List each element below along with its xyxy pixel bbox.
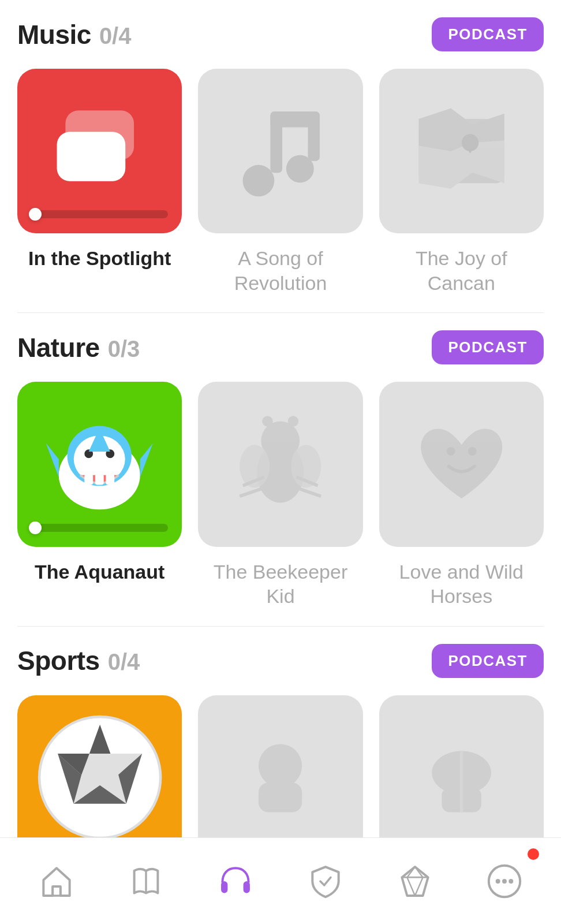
card-label-aquanaut: The Aquanaut: [35, 560, 164, 584]
nature-count: 0/3: [108, 336, 140, 362]
card-progress-aquanaut: [31, 524, 168, 532]
card-label-cancan: The Joy of Cancan: [379, 246, 544, 295]
svg-point-2: [243, 165, 275, 197]
main-content: Music 0/4 PODCAST: [0, 0, 561, 924]
svg-line-59: [324, 877, 330, 885]
card-love-wild-horses[interactable]: Love and Wild Horses: [379, 382, 544, 608]
card-the-joy-of-cancan[interactable]: The Joy of Cancan: [379, 69, 544, 295]
chat-icon: [46, 98, 153, 204]
card-label-horses: Love and Wild Horses: [379, 560, 544, 609]
music-cards-grid: In the Spotlight A Song of Revolution: [17, 69, 544, 295]
nav-learn[interactable]: [101, 838, 190, 924]
more-icon: [485, 862, 524, 901]
gem-icon: [395, 862, 435, 901]
card-label-beekeeper: The Beekeeper Kid: [198, 560, 362, 609]
svg-rect-19: [85, 474, 94, 485]
card-beekeeper-kid[interactable]: The Beekeeper Kid: [198, 382, 362, 608]
music-title-group: Music 0/4: [17, 19, 131, 50]
card-thumb-aquanaut: [17, 382, 182, 546]
house-icon: [37, 862, 76, 901]
sports3-icon: [412, 728, 511, 827]
svg-rect-5: [271, 111, 314, 127]
nav-gems[interactable]: [370, 838, 459, 924]
svg-rect-48: [259, 783, 302, 812]
music-section: Music 0/4 PODCAST: [17, 17, 544, 313]
notification-dot: [528, 848, 539, 860]
heart-icon: [408, 411, 515, 517]
svg-rect-49: [267, 777, 276, 792]
nature-cards-grid: The Aquanaut: [17, 382, 544, 608]
card-thumb-beekeeper: [198, 382, 362, 546]
svg-line-36: [297, 488, 321, 497]
nav-home[interactable]: [12, 838, 101, 924]
bottom-nav: [0, 837, 561, 924]
svg-line-34: [240, 488, 265, 497]
nav-listen[interactable]: [191, 838, 280, 924]
nature-section: Nature 0/3 PODCAST: [17, 330, 544, 626]
svg-point-38: [468, 447, 476, 456]
card-progress-spotlight: [31, 210, 168, 218]
sports-title: Sports: [17, 645, 100, 676]
sports2-icon: [231, 728, 330, 827]
svg-point-66: [509, 879, 514, 884]
card-a-song-of-revolution[interactable]: A Song of Revolution: [198, 69, 362, 295]
music-title: Music: [17, 19, 91, 50]
card-thumb-sports-2: [198, 695, 362, 860]
music-podcast-badge[interactable]: PODCAST: [432, 17, 544, 51]
card-thumb-sports-3: [379, 695, 544, 860]
nature-title: Nature: [17, 332, 100, 363]
svg-rect-20: [95, 474, 104, 485]
sports-count: 0/4: [108, 649, 140, 675]
music-icon: [231, 102, 330, 200]
card-label-song-revolution: A Song of Revolution: [198, 246, 362, 295]
nature-title-group: Nature 0/3: [17, 332, 140, 363]
book-icon: [126, 862, 166, 901]
nature-podcast-badge[interactable]: PODCAST: [432, 330, 544, 364]
svg-rect-1: [57, 132, 125, 181]
svg-point-47: [259, 744, 302, 787]
music-section-header: Music 0/4 PODCAST: [17, 17, 544, 51]
svg-rect-50: [285, 777, 294, 792]
sports-podcast-badge[interactable]: PODCAST: [432, 644, 544, 678]
soccer-icon: [34, 711, 166, 843]
card-thumb-horses: [379, 382, 544, 546]
shark-icon: [35, 400, 164, 529]
card-thumb-in-the-spotlight: [17, 69, 182, 233]
svg-marker-23: [140, 443, 153, 477]
svg-point-37: [446, 447, 455, 456]
card-thumb-song-revolution: [198, 69, 362, 233]
nav-more[interactable]: [460, 838, 549, 924]
card-thumb-cancan: [379, 69, 544, 233]
sports-section-header: Sports 0/4 PODCAST: [17, 644, 544, 678]
svg-rect-57: [244, 881, 250, 893]
nature-section-header: Nature 0/3 PODCAST: [17, 330, 544, 364]
card-thumb-sports-1: [17, 695, 182, 860]
card-in-the-spotlight[interactable]: In the Spotlight: [17, 69, 182, 295]
sports-title-group: Sports 0/4: [17, 645, 140, 676]
nav-shield[interactable]: [280, 838, 370, 924]
svg-rect-54: [53, 886, 61, 896]
svg-point-64: [496, 879, 500, 884]
headphones-icon: [216, 862, 255, 901]
svg-marker-60: [402, 867, 428, 896]
bug-icon: [227, 411, 334, 517]
svg-point-65: [502, 879, 507, 884]
svg-marker-22: [46, 443, 59, 477]
svg-rect-6: [308, 111, 320, 161]
card-the-aquanaut[interactable]: The Aquanaut: [17, 382, 182, 608]
map-icon: [408, 98, 515, 204]
card-label-in-the-spotlight: In the Spotlight: [28, 246, 171, 271]
shield-icon: [306, 862, 345, 901]
svg-rect-56: [221, 881, 227, 893]
music-count: 0/4: [99, 23, 132, 49]
svg-rect-21: [106, 474, 115, 485]
